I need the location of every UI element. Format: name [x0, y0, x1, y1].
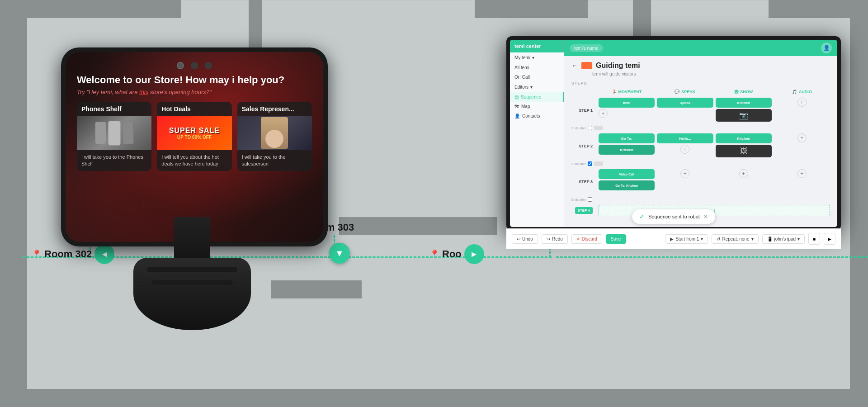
- map-label: Map: [521, 104, 530, 109]
- wall: [0, 208, 27, 407]
- robot-device: Welcome to our Store! How may i help you…: [27, 23, 357, 348]
- my-temi-dropdown[interactable]: My temi ▾: [510, 52, 564, 63]
- sidebar-item-all-temi[interactable]: All temi: [510, 63, 564, 72]
- empty-header: [571, 88, 596, 95]
- camera-indicators: [77, 61, 312, 69]
- step-1-movement-card[interactable]: temi: [599, 98, 655, 108]
- wall: [339, 217, 497, 235]
- step-2-label: STEP 2: [571, 133, 596, 158]
- ends-after-toggle-2[interactable]: [594, 161, 603, 166]
- sales-rep-image: [237, 116, 312, 150]
- step-2-speak-card[interactable]: Hello...: [657, 133, 713, 143]
- add-audio-2-btn[interactable]: +: [797, 133, 807, 142]
- add-speak-2-btn[interactable]: +: [680, 145, 689, 154]
- ends-after-toggle-1[interactable]: [594, 126, 603, 130]
- step-1-show-card[interactable]: Kitchen: [716, 98, 772, 108]
- step-3-ends-after: Ends after: [571, 196, 830, 203]
- step-3-show: +: [716, 169, 772, 194]
- guiding-icon: [581, 62, 592, 69]
- phone-1: [95, 122, 106, 144]
- wall: [0, 0, 181, 18]
- step-1-show: Kitchen 📷: [716, 98, 772, 123]
- audio-icon: 🎵: [792, 90, 797, 94]
- step-1-speak-card[interactable]: Speak: [657, 98, 713, 108]
- col-movement: 🏃 MOVEMENT: [599, 88, 655, 95]
- col-speak: 💬 SPEAK: [657, 88, 713, 95]
- step-2-show-card[interactable]: Kitchen: [716, 133, 772, 143]
- phones-shelf-card[interactable]: Phones Shelf I will take you to the Phon…: [77, 102, 151, 171]
- add-audio-1-btn[interactable]: +: [797, 98, 807, 107]
- robot-base: [133, 258, 251, 330]
- wall: [0, 389, 868, 407]
- sensor-dot-2: [205, 62, 212, 69]
- step-1-text: STEP 1: [579, 108, 593, 113]
- step-1-movement-label: temi: [623, 101, 630, 105]
- phone-2: [108, 121, 121, 146]
- sidebar-item-map[interactable]: 🗺 Map: [510, 102, 564, 111]
- contacts-icon: 👤: [514, 114, 520, 118]
- rep-photo: [237, 116, 312, 150]
- step-2-movement-card[interactable]: Go To:: [599, 133, 655, 143]
- step-3-speak: +: [657, 169, 713, 194]
- add-audio-3-btn[interactable]: +: [797, 169, 807, 178]
- map-icon: 🗺: [514, 104, 519, 109]
- monitor-container: temi center My temi ▾ All temi Or: Call …: [506, 36, 841, 249]
- step-2-show: Kitchen 🖼: [716, 133, 772, 158]
- sales-rep-desc: I will take you to the salesperson: [237, 150, 312, 171]
- menu-cards: Phones Shelf I will take you to the Phon…: [77, 102, 312, 171]
- sales-rep-title: Sales Represen...: [237, 102, 312, 116]
- step-1-label: STEP 1: [571, 98, 596, 123]
- ends-after-checkbox-3[interactable]: [588, 197, 592, 202]
- room304-nav-btn[interactable]: ►: [464, 244, 484, 264]
- add-speak-3-btn[interactable]: +: [680, 169, 689, 178]
- ends-after-text-1: Ends after: [571, 127, 586, 130]
- app-content: ← Guiding temi temi will guide visitors …: [564, 56, 837, 227]
- notification-close-btn[interactable]: ✕: [703, 213, 708, 220]
- wall: [850, 0, 868, 407]
- sidebar-item-sequence[interactable]: ▤ Sequence: [510, 92, 564, 102]
- steps-grid: 🏃 MOVEMENT 💬 SPEAK 🖼 SHOW 🎵: [571, 88, 830, 216]
- add-show-3-btn[interactable]: +: [739, 169, 748, 178]
- app-main-area: temi's name 👤 ← Guiding temi temi will g…: [564, 40, 837, 227]
- ends-after-checkbox-1[interactable]: [588, 126, 592, 130]
- back-button[interactable]: ←: [571, 62, 578, 69]
- add-movement: +: [599, 109, 655, 118]
- app-header: temi's name 👤: [564, 40, 837, 56]
- sidebar-item-contacts[interactable]: 👤 Contacts: [510, 111, 564, 121]
- editors-dropdown[interactable]: Editors ▾: [510, 82, 564, 92]
- ends-after-checkbox-2[interactable]: [588, 161, 592, 166]
- step-3-video-card[interactable]: Video Call: [599, 169, 655, 179]
- user-avatar[interactable]: 👤: [821, 43, 832, 53]
- step-2-movement-dest[interactable]: Kitchen: [599, 145, 655, 155]
- show-icon: 🖼: [734, 90, 738, 94]
- welcome-title: Welcome to our Store! How may i help you…: [77, 74, 312, 87]
- phone-collage: [77, 116, 151, 150]
- step-3-goto-card[interactable]: Go To: Kitchen: [599, 180, 655, 190]
- hot-deals-card[interactable]: Hot Deals SUPER SALE UP TO 60% OFF I wil…: [157, 102, 231, 171]
- sequence-label: Sequence: [521, 95, 541, 99]
- hot-deals-desc: I will tell you about the hot deals we h…: [157, 150, 231, 171]
- camera-dot: [177, 62, 184, 69]
- phones-grid: [77, 116, 151, 150]
- step-2-movement: Go To: Kitchen: [599, 133, 655, 158]
- app-logo: temi center: [510, 40, 564, 52]
- sidebar-item-call[interactable]: Or: Call: [510, 72, 564, 82]
- add-movement-btn[interactable]: +: [599, 109, 608, 118]
- step-3-label: STEP 3: [571, 169, 596, 194]
- step-3-movement: Video Call Go To: Kitchen: [599, 169, 655, 194]
- col-show: 🖼 SHOW: [716, 88, 772, 95]
- phone-3: [123, 122, 134, 144]
- ends-after-text-3: Ends after: [571, 198, 586, 201]
- phones-shelf-desc: I will take you to the Phones Shelf: [77, 150, 151, 171]
- sales-rep-card[interactable]: Sales Represen... I will take you to the…: [237, 102, 312, 171]
- pin-icon: 📍: [429, 249, 439, 259]
- subtitle-after: store's opening hours?": [148, 89, 211, 95]
- notification-text: Sequence sent to robot: [648, 214, 700, 219]
- waypoint-room304: 📍 Roo ►: [429, 244, 484, 264]
- guiding-header: ← Guiding temi: [571, 62, 830, 70]
- ends-after-text-2: Ends after: [571, 162, 586, 166]
- robot-screen-frame: Welcome to our Store! How may i help you…: [61, 47, 328, 246]
- wall: [475, 0, 588, 18]
- step-2-ends-after: Ends after: [571, 161, 830, 167]
- header-nav[interactable]: temi's name: [570, 44, 603, 52]
